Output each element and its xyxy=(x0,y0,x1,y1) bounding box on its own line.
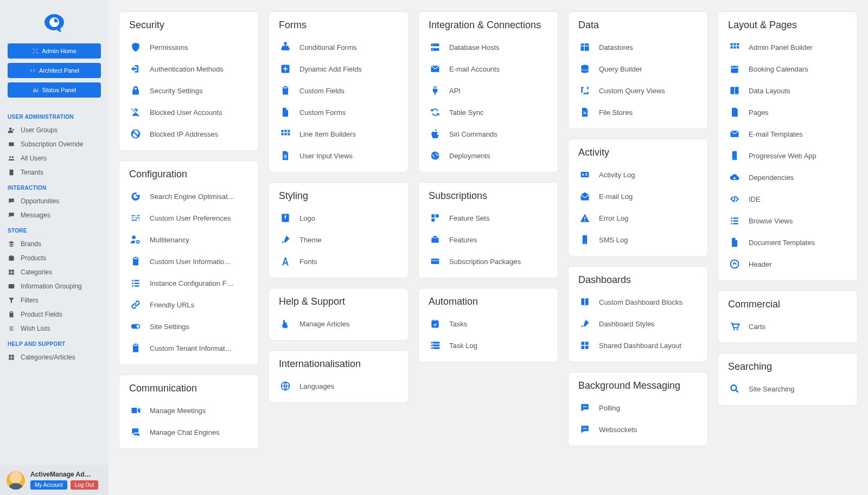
menu-item-site-searching[interactable]: Site Searching xyxy=(728,378,847,400)
menu-item-header[interactable]: Header xyxy=(728,253,847,275)
menu-item-manage-chat-engines[interactable]: Manage Chat Engines xyxy=(129,421,248,443)
admin-home-button[interactable]: Admin Home xyxy=(8,43,101,59)
menu-item-feature-sets[interactable]: Feature Sets xyxy=(429,207,548,229)
status-panel-button[interactable]: Status Panel xyxy=(8,82,101,98)
card-title: Background Messaging xyxy=(578,380,698,391)
menu-item-booking-calendars[interactable]: Booking Calendars xyxy=(728,58,847,80)
menu-item-task-log[interactable]: Task Log xyxy=(429,335,548,356)
sidebar-item-categories[interactable]: Categories xyxy=(0,265,108,279)
menu-item-custom-user-preferences[interactable]: Custom User Preferences xyxy=(129,207,248,229)
menu-item-languages[interactable]: Languages xyxy=(279,375,398,397)
funnel-icon xyxy=(8,297,15,304)
menu-item-custom-dashboard-blocks[interactable]: Custom Dashboard Blocks xyxy=(578,291,698,313)
menu-item-permissions[interactable]: Permissions xyxy=(129,36,248,58)
architect-panel-button[interactable]: Architect Panel xyxy=(8,63,101,78)
sidebar-item-subscription-override[interactable]: Subscription Override xyxy=(0,137,108,151)
sidebar-item-categories-articles[interactable]: Categories/Articles xyxy=(0,350,108,364)
sidebar-item-opportunities[interactable]: Opportunities xyxy=(0,194,108,208)
file-alt-icon xyxy=(579,107,590,118)
sidebar-item-brands[interactable]: Brands xyxy=(0,237,108,251)
menu-item-websockets[interactable]: Websockets xyxy=(578,419,698,440)
menu-item-dashboard-styles[interactable]: Dashboard Styles xyxy=(578,313,698,335)
sidebar-section-header: HELP AND SUPPORT xyxy=(0,336,108,350)
menu-item-polling[interactable]: Polling xyxy=(578,397,698,419)
menu-item-tasks[interactable]: Tasks xyxy=(429,313,548,335)
menu-item-theme[interactable]: Theme xyxy=(279,229,398,250)
menu-item-dynamic-add-fields[interactable]: Dynamic Add Fields xyxy=(279,58,398,80)
logout-button[interactable]: Log Out xyxy=(71,480,99,490)
menu-item-instance-configuration-f-[interactable]: Instance Configuration F… xyxy=(129,272,248,294)
menu-item-e-mail-log[interactable]: E-mail Log xyxy=(578,185,698,207)
sidebar-item-wish-lists[interactable]: Wish Lists xyxy=(0,322,108,336)
menu-item-blocked-ip-addresses[interactable]: Blocked IP Addresses xyxy=(129,123,248,145)
menu-item-dependencies[interactable]: Dependencies xyxy=(728,166,847,188)
menu-item-admin-panel-builder[interactable]: Admin Panel Builder xyxy=(728,36,847,58)
sidebar-item-tenants[interactable]: Tenants xyxy=(0,165,108,179)
menu-item-error-log[interactable]: Error Log xyxy=(578,207,698,229)
my-account-button[interactable]: My Account xyxy=(30,480,67,490)
menu-item-security-settings[interactable]: Security Settings xyxy=(129,80,248,101)
menu-item-document-templates[interactable]: Document Templates xyxy=(728,232,847,253)
id-card-icon xyxy=(579,169,590,180)
card-subscriptions: SubscriptionsFeature SetsFeaturesSubscri… xyxy=(419,183,558,278)
menu-item-pages[interactable]: Pages xyxy=(728,101,847,123)
code-icon xyxy=(729,194,740,204)
menu-item-conditional-forms[interactable]: Conditional Forms xyxy=(279,36,398,58)
menu-item-subscription-packages[interactable]: Subscription Packages xyxy=(429,250,548,272)
menu-item-data-layouts[interactable]: Data Layouts xyxy=(728,80,847,101)
menu-item-api[interactable]: API xyxy=(429,80,548,101)
menu-item-activity-log[interactable]: Activity Log xyxy=(578,164,698,185)
menu-item-search-engine-optimisat-[interactable]: Search Engine Optimisat… xyxy=(129,185,248,207)
menu-item-query-builder[interactable]: Query Builder xyxy=(578,58,698,80)
menu-item-ide[interactable]: IDE xyxy=(728,188,847,210)
menu-item-custom-query-views[interactable]: Custom Query Views xyxy=(578,80,698,101)
chat-icon xyxy=(8,211,15,219)
card-integration-connections: Integration & ConnectionsDatabase HostsE… xyxy=(419,12,558,172)
menu-item-label: File Stores xyxy=(599,108,633,117)
menu-item-features[interactable]: Features xyxy=(429,229,548,250)
brush-icon xyxy=(579,318,590,329)
menu-item-e-mail-templates[interactable]: E-mail Templates xyxy=(728,123,847,145)
menu-item-sms-log[interactable]: SMS Log xyxy=(578,229,698,250)
menu-item-authentication-methods[interactable]: Authentication Methods xyxy=(129,58,248,80)
card-activity: ActivityActivity LogE-mail LogError LogS… xyxy=(569,139,707,256)
menu-item-label: E-mail Templates xyxy=(749,130,802,138)
book-icon xyxy=(579,297,590,307)
menu-item-shared-dashboard-layout[interactable]: Shared Dashboard Layout xyxy=(578,335,698,356)
menu-item-carts[interactable]: Carts xyxy=(728,316,847,337)
menu-item-custom-tenant-informat-[interactable]: Custom Tenant Informat… xyxy=(129,337,248,359)
menu-item-line-item-builders[interactable]: Line Item Builders xyxy=(279,123,398,145)
menu-item-browse-views[interactable]: Browse Views xyxy=(728,210,847,232)
menu-item-table-sync[interactable]: Table Sync xyxy=(429,101,548,123)
sidebar-item-messages[interactable]: Messages xyxy=(0,208,108,222)
menu-item-fonts[interactable]: Fonts xyxy=(279,250,398,272)
sidebar-item-information-grouping[interactable]: Information Grouping xyxy=(0,279,108,293)
menu-item-manage-meetings[interactable]: Manage Meetings xyxy=(129,400,248,421)
menu-item-label: Custom Fields xyxy=(299,87,344,95)
menu-item-deployments[interactable]: Deployments xyxy=(429,145,548,166)
sidebar-item-user-groups[interactable]: User Groups xyxy=(0,123,108,137)
menu-item-user-input-views[interactable]: User Input Views xyxy=(279,145,398,166)
menu-item-logo[interactable]: Logo xyxy=(279,207,398,229)
menu-item-e-mail-accounts[interactable]: E-mail Accounts xyxy=(429,58,548,80)
menu-item-custom-fields[interactable]: Custom Fields xyxy=(279,80,398,101)
menu-item-blocked-user-accounts[interactable]: Blocked User Accounts xyxy=(129,101,248,123)
menu-item-manage-articles[interactable]: Manage Articles xyxy=(279,313,398,335)
menu-item-datastores[interactable]: Datastores xyxy=(578,36,698,58)
menu-item-label: Activity Log xyxy=(599,171,635,179)
menu-item-custom-user-informatio-[interactable]: Custom User Informatio… xyxy=(129,250,248,272)
menu-item-site-settings[interactable]: Site Settings xyxy=(129,316,248,337)
menu-item-multitenancy[interactable]: Multitenancy xyxy=(129,229,248,250)
menu-item-custom-forms[interactable]: Custom Forms xyxy=(279,101,398,123)
menu-item-database-hosts[interactable]: Database Hosts xyxy=(429,36,548,58)
sidebar-item-product-fields[interactable]: Product Fields xyxy=(0,307,108,322)
chat-icon xyxy=(8,197,15,205)
sidebar-item-filters[interactable]: Filters xyxy=(0,293,108,307)
sidebar-item-all-users[interactable]: All Users xyxy=(0,151,108,165)
menu-item-progressive-web-app[interactable]: Progressive Web App xyxy=(728,145,847,166)
crop-icon xyxy=(579,85,590,96)
menu-item-file-stores[interactable]: File Stores xyxy=(578,101,698,123)
menu-item-friendly-urls[interactable]: Friendly URLs xyxy=(129,294,248,316)
menu-item-siri-commands[interactable]: Siri Commands xyxy=(429,123,548,145)
sidebar-item-products[interactable]: Products xyxy=(0,251,108,265)
